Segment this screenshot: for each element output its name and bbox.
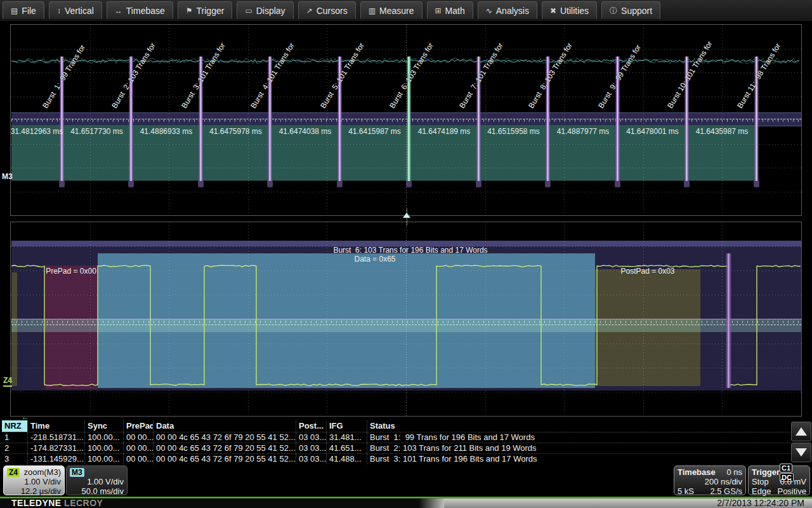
cell-post: 03 03... [296,443,326,453]
cell-prepad: 00 00... [123,443,153,453]
cell-nrz: 1 [2,432,27,443]
brand-bar: TELEDYNE LECROY 2/7/2013 12:24:20 PM [0,498,812,508]
oscilloscope-screen: ▤File↕Vertical↔Timebase⚑Trigger▭Display↗… [0,0,812,508]
timebase-title: Timebase [678,467,716,477]
menu-timebase-button[interactable]: ↔Timebase [107,1,173,20]
z4-title: zoom(M3) [23,467,61,477]
cell-sync: 100.00... [84,454,123,464]
burst-marker-foot [545,181,551,187]
data-value-label: Data = 0x65 [289,255,461,264]
cell-data: 00 00 4c 65 43 72 6f 79 20 55 41 52... [153,432,296,443]
cell-ifg: IFG [326,420,367,432]
menu-display-button[interactable]: ▭Display [237,1,293,20]
cell-post: 03 03... [296,454,326,464]
burst-marker-foot [59,181,65,187]
table-scroll-down-button[interactable] [791,443,811,462]
stamp-fade [419,498,444,508]
z4-badge: Z4 [7,468,20,477]
file-icon: ▤ [11,7,18,15]
postpad-label: PostPad = 0x03 [610,267,686,276]
trigger-descriptor-box[interactable]: Trigger C1 DC Stop 0.0 mV Edge Positive [748,465,810,495]
cell-data: 00 00 4c 65 43 72 6f 79 20 55 41 52... [153,454,296,464]
m3-channel-indicator[interactable]: M3 [2,172,13,181]
cell-ifg: 41.488... [326,454,367,464]
next-burst-marker [726,253,731,388]
math-icon: ⊞ [435,7,442,15]
burst-interval-value: 41.6475978 ms [209,127,262,136]
m3-badge: M3 [70,468,84,477]
trigger-source-badge: C1 [780,464,792,472]
cell-status: Burst 3: 101 Trans for 196 Bits and 17 W… [367,454,790,464]
menu-math-button[interactable]: ⊞Math [427,1,473,20]
scroll-left-arrow[interactable]: ← [21,412,29,422]
menu-utilities-button[interactable]: ✖Utilities [542,1,597,20]
burst-interval-value: 41.6415987 ms [348,127,401,136]
display-icon: ▭ [245,7,252,15]
cell-status: Burst 1: 99 Trans for 196 Bits and 17 Wo… [367,432,790,443]
table-row[interactable]: 3-131.145929...100.00...00 00...00 00 4c… [2,453,790,464]
cell-ifg: 31.481... [326,432,367,443]
cell-nrz: NRZ [2,420,27,432]
m3-descriptor-box[interactable]: M3 1.00 V/div 50.0 ms/div [66,465,128,495]
cell-time: -131.145929... [27,454,84,464]
m3-tdiv: 50.0 ms/div [82,486,124,496]
table-row[interactable]: 1-218.518731...100.00...00 00...00 00 4c… [2,432,790,443]
burst-marker-foot [128,181,134,187]
m3-vdiv: 1.00 V/div [87,477,124,486]
cell-status: Burst 2: 103 Trans for 211 Bits and 19 W… [367,443,790,453]
timebase-icon: ↔ [115,7,122,15]
z4-tdiv: 12.2 µs/div [21,486,61,496]
burst-title: Burst 6: 103 Trans for 196 Bits and 17 W… [220,246,601,255]
table-row[interactable]: 2-174.827331...100.00...00 00...00 00 4c… [2,443,790,453]
z4-vdiv: 1.00 V/div [24,477,61,486]
cell-prepad: 00 00... [123,432,153,443]
menu-file-button[interactable]: ▤File [3,1,44,20]
menu-trigger-button[interactable]: ⚑Trigger [178,1,233,20]
menu-analysis-button[interactable]: ∿Analysis [478,1,537,20]
cell-nrz: 2 [2,443,27,453]
burst-marker-foot [684,181,690,187]
burst-marker-foot [337,181,343,187]
z4-zoom-indicator[interactable]: Z4 [3,376,12,387]
menu-measure-button[interactable]: ▥Measure [360,1,422,20]
table-header-row: NRZTimeSyncPrePadDataPost...IFGStatus [2,420,790,432]
burst-interval-value: 31.4812963 ms [11,127,63,136]
upper-graticule[interactable]: Burst 1: 99 Trans forBurst 2: 103 Trans … [10,24,802,216]
trigger-position-marker[interactable] [403,213,410,218]
decode-table[interactable]: NRZTimeSyncPrePadDataPost...IFGStatus1-2… [2,420,790,464]
burst-interval-value: 41.6435987 ms [696,127,749,136]
trigger-level: 0.0 mV [780,477,806,486]
timebase-scale: 200 ns/div [705,477,742,486]
burst-marker-foot [406,181,412,187]
cell-time: Time [27,420,84,432]
cell-prepad: 00 00... [123,454,153,464]
measure-icon: ▥ [369,7,376,15]
cell-data: 00 00 4c 65 43 72 6f 79 20 55 41 52... [153,443,296,453]
cell-ifg: 41.651... [326,443,367,453]
utilities-icon: ✖ [550,7,556,15]
burst-interval-value: 41.4886933 ms [140,127,193,136]
menu-cursors-button[interactable]: ↗Cursors [298,1,356,20]
table-scroll-up-button[interactable] [791,422,811,441]
menu-support-button[interactable]: ⓘSupport [601,1,660,20]
logo: TELEDYNE LECROY [11,498,103,508]
timebase-descriptor-box[interactable]: Timebase 0 ns 200 ns/div 5 kS 2.5 GS/s [674,465,746,495]
cell-post: 03 03... [296,432,326,443]
timebase-offset: 0 ns [726,467,742,477]
zoom-graticule[interactable]: Burst 6: 103 Trans for 196 Bits and 17 W… [10,222,802,417]
menu-vertical-button[interactable]: ↕Vertical [49,1,102,20]
timebase-rate: 2.5 GS/s [710,486,742,496]
burst-marker-foot [476,181,481,187]
z4-descriptor-box[interactable]: Z4 zoom(M3) 1.00 V/div 12.2 µs/div [3,465,65,495]
trigger-title: Trigger [752,467,780,477]
trigger-icon: ⚑ [186,7,193,15]
up-triangle-icon [796,427,807,436]
burst-marker-foot [198,181,204,187]
cell-prepad: PrePad [123,420,153,432]
burst-marker-foot [754,181,759,187]
burst-interval-value: 41.6474038 ms [279,127,332,136]
cell-nrz: 3 [2,454,27,464]
cell-sync: 100.00... [84,443,123,453]
prepad-label: PrePad = 0x00 [33,267,109,276]
cell-data: Data [153,420,296,432]
